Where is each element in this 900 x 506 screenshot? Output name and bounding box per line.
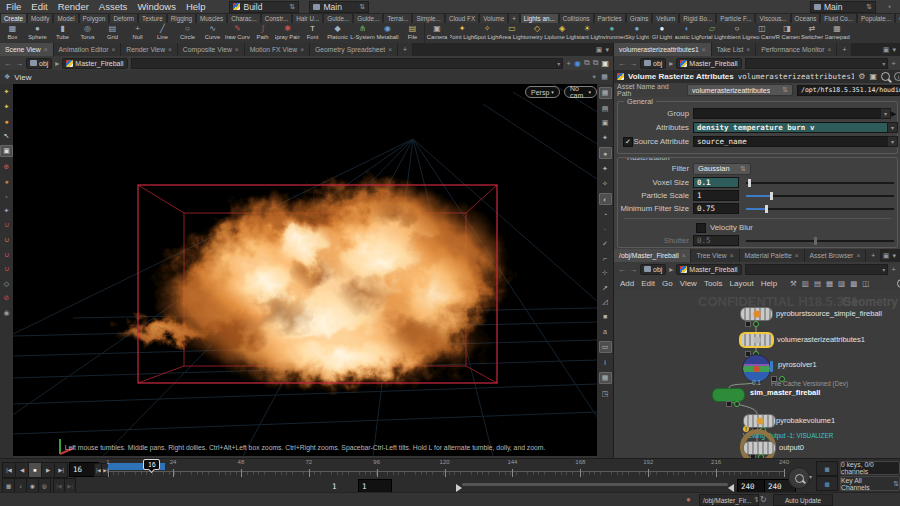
pin-icon[interactable]: + xyxy=(891,59,896,68)
network-menu-go[interactable]: Go xyxy=(662,279,673,288)
menu-windows[interactable]: Windows xyxy=(137,1,176,12)
tool-gi-light[interactable]: ●GI Light xyxy=(650,23,675,43)
tool-metaball[interactable]: ◉Metaball xyxy=(375,23,400,43)
shelf-tab-texture[interactable]: Texture xyxy=(138,13,167,23)
voxel-size-slider[interactable] xyxy=(746,182,894,184)
tool-sky-light[interactable]: ●Sky Light xyxy=(625,23,650,43)
displacement-icon[interactable]: ◔ xyxy=(600,210,611,220)
path-context-chip[interactable]: obj xyxy=(26,58,52,69)
tool-box[interactable]: ▦Box xyxy=(0,23,25,43)
tab-render-view[interactable]: Render View× xyxy=(121,43,178,56)
path-context-chip[interactable]: obj xyxy=(640,58,666,69)
timeline-zoom-button[interactable] xyxy=(788,467,810,489)
back-icon[interactable]: ← xyxy=(618,59,626,68)
select-mode-icon[interactable]: ⌖ xyxy=(592,73,596,81)
shelf-tab-polygon[interactable]: Polygon xyxy=(79,13,110,23)
tab-asset-browser[interactable]: Asset Browser× xyxy=(805,249,867,262)
pane-menu-icon[interactable]: ▾ xyxy=(892,252,896,260)
tab-composite-view[interactable]: Composite View× xyxy=(178,43,245,56)
dropdown-icon[interactable]: ▾ xyxy=(882,60,885,67)
tool-sphere[interactable]: ●Sphere xyxy=(25,23,50,43)
shelf-tab-terrai-[interactable]: Terrai... xyxy=(383,13,412,23)
update-mode-selector[interactable]: Auto Update xyxy=(773,494,833,506)
tab-close-icon[interactable]: × xyxy=(682,252,686,259)
window-icon[interactable]: ▣ xyxy=(601,59,609,68)
network-menu-layout[interactable]: Layout xyxy=(730,279,754,288)
tool-font[interactable]: TFont xyxy=(300,23,325,43)
dropdown-icon[interactable]: ▾ xyxy=(557,60,560,67)
headlight-icon[interactable]: ✦ xyxy=(600,133,611,143)
camera-pill[interactable]: No cam ▾ xyxy=(564,86,597,98)
tab--[interactable]: + xyxy=(398,43,413,56)
search-icon[interactable] xyxy=(881,72,890,81)
menu-edit[interactable]: Edit xyxy=(31,1,47,12)
tool-line[interactable]: ╱Line xyxy=(150,23,175,43)
grid-display-icon[interactable]: ▦ xyxy=(599,372,612,384)
shelf-tab-model[interactable]: Model xyxy=(53,13,78,23)
shelf-tab-particles[interactable]: Particles xyxy=(594,13,626,23)
attributes-dropdown-icon[interactable]: ▾ xyxy=(887,122,898,133)
asset-name-dropdown[interactable]: volumerasterizeattributes ⇅ xyxy=(687,84,793,96)
minimum-filter-input[interactable]: 0.75 xyxy=(693,203,739,214)
shelf-light2-icon[interactable]: ✦ xyxy=(1,102,12,112)
network-menu-edit[interactable]: Edit xyxy=(641,279,655,288)
radial-menu-icon[interactable]: ◔ xyxy=(886,2,891,12)
network-editor[interactable]: CONFIDENTIAL H18.5.351 Geometry pyroburs… xyxy=(614,290,900,458)
node-label-pyroburstsource_simple_fireball[interactable]: pyroburstsource_simple_fireball xyxy=(776,309,882,318)
keys-info-button[interactable]: 0 keys, 0/0 channels xyxy=(840,461,900,475)
back-icon[interactable]: ← xyxy=(618,265,626,274)
tool-tube[interactable]: ▮Tube xyxy=(50,23,75,43)
network-grid-icon[interactable]: ◫ xyxy=(862,279,869,288)
pane-window-icon[interactable]: ▣ xyxy=(883,46,890,54)
key-all-channels-button[interactable]: Key All Channels⇅ xyxy=(840,476,900,491)
tab-close-icon[interactable]: × xyxy=(44,46,48,53)
tab-volumerasterizeattributes1[interactable]: volumerasterizeattributes1× xyxy=(614,43,712,56)
tool-path[interactable]: ∫Path xyxy=(250,23,275,43)
points-display-icon[interactable]: · xyxy=(600,224,611,234)
tool-camera[interactable]: ▣Camera xyxy=(425,23,450,43)
snapshot-icon[interactable]: ◉ xyxy=(1,308,12,318)
tab--obj-master-fireball[interactable]: /obj/Master_Fireball× xyxy=(614,249,691,262)
shelf-tab-deform[interactable]: Deform xyxy=(109,13,138,23)
select-arrow-icon[interactable]: ↖ xyxy=(1,131,12,141)
menu-assets[interactable]: Assets xyxy=(99,1,128,12)
node-label-pyrobakevolume1[interactable]: pyrobakevolume1 xyxy=(776,416,835,425)
source-dropdown-icon[interactable]: ▾ xyxy=(887,136,898,147)
shelf-tab--[interactable]: + xyxy=(508,13,520,23)
tab-close-icon[interactable]: × xyxy=(111,46,115,53)
tool-stereo-camera[interactable]: ◫Stereo Camera xyxy=(750,23,775,43)
shadows-icon[interactable]: ◐ xyxy=(599,193,612,205)
range-start-handle[interactable] xyxy=(456,484,462,492)
tool-draw-curve[interactable]: ✎Draw Curve xyxy=(225,23,250,43)
tool-spot-light[interactable]: ✧Spot Light xyxy=(475,23,500,43)
playback-range-slider[interactable] xyxy=(462,483,728,486)
shelf-tab-guide-[interactable]: Guide... xyxy=(323,13,353,23)
snap-grid-magnet-icon[interactable]: ∪ xyxy=(1,220,12,230)
snap-prim-magnet-icon[interactable]: ∪ xyxy=(1,235,12,245)
tab-close-icon[interactable]: × xyxy=(300,46,304,53)
tab-geometry-spreadsheet[interactable]: Geometry Spreadsheet× xyxy=(310,43,398,56)
node-display-badge[interactable] xyxy=(734,401,740,407)
tool-switcher[interactable]: ⇄Switcher xyxy=(800,23,825,43)
render-region-icon[interactable]: ● xyxy=(1,116,12,126)
node-shape-output0[interactable] xyxy=(743,441,776,455)
shelf-tab-oceans[interactable]: Oceans xyxy=(791,13,821,23)
network-menu-help[interactable]: Help xyxy=(761,279,777,288)
asset-path-field[interactable]: /opt/hfs18.5.351.14/houdini/otls/OPlibSo… xyxy=(797,85,900,96)
viewport-layout-icon[interactable]: ◳ xyxy=(600,389,611,399)
background-icon[interactable]: ▤ xyxy=(600,104,611,114)
play-button[interactable]: ▶ xyxy=(41,462,55,478)
node-label-pyrosolver1[interactable]: pyrosolver1 xyxy=(778,360,817,369)
node-label-sim_master_fireball[interactable]: sim_master_fireball xyxy=(750,388,820,397)
go-start-button[interactable]: |◀ xyxy=(2,462,16,478)
shelf-tab-guide-[interactable]: Guide... xyxy=(353,13,383,23)
path-input[interactable]: ▾ xyxy=(131,58,564,69)
shelf-tab-muscles[interactable]: Muscles xyxy=(196,13,227,23)
visualizer-icon[interactable]: ▭ xyxy=(599,341,612,353)
construction-plane-icon[interactable]: ◇ xyxy=(1,279,12,289)
wireframe-icon[interactable]: ◿ xyxy=(600,297,611,307)
network-tools-icon[interactable]: ⚒ xyxy=(790,279,797,288)
shelf-tab-rigid-bo-[interactable]: Rigid Bo... xyxy=(679,13,716,23)
tab-animation-editor[interactable]: Animation Editor× xyxy=(54,43,122,56)
snapshot-circle-icon[interactable]: ◉ xyxy=(574,59,581,68)
